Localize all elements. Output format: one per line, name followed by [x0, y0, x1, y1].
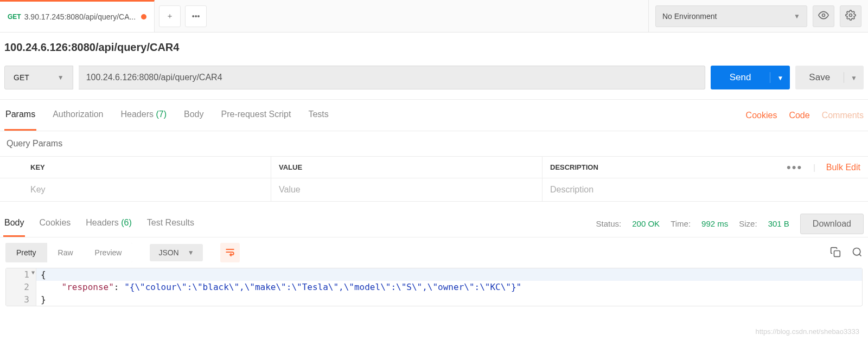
time-value: 992 ms — [701, 219, 728, 228]
eye-icon — [818, 10, 829, 22]
copy-button[interactable] — [830, 247, 841, 259]
chevron-down-icon: ▼ — [777, 74, 783, 82]
tab-method: GET — [8, 13, 21, 21]
comments-link[interactable]: Comments — [822, 111, 864, 120]
param-value-input[interactable]: Value — [271, 178, 542, 201]
search-button[interactable] — [852, 247, 863, 259]
line-number: 2 — [6, 281, 36, 293]
size-value: 301 B — [768, 219, 789, 228]
svg-point-0 — [822, 14, 825, 17]
code-text: "response" — [62, 282, 114, 292]
tab-prerequest[interactable]: Pre-request Script — [220, 100, 292, 131]
response-body: 1▼{ 2 "response": "{\"colour\":\"black\"… — [5, 268, 863, 306]
send-button[interactable]: Send ▼ — [711, 66, 790, 89]
plus-icon: ＋ — [166, 11, 174, 21]
tab-actions-button[interactable]: ••• — [185, 5, 207, 27]
request-title: 100.24.6.126:8080/api/query/CAR4 — [0, 33, 868, 62]
resp-tab-cookies[interactable]: Cookies — [38, 210, 72, 237]
format-select[interactable]: JSON ▼ — [150, 244, 202, 261]
resp-tab-tests[interactable]: Test Results — [146, 210, 195, 237]
settings-button[interactable] — [840, 5, 861, 27]
dots-icon: ••• — [192, 12, 200, 21]
cookies-link[interactable]: Cookies — [746, 111, 777, 120]
svg-point-4 — [853, 248, 860, 255]
chevron-down-icon: ▼ — [851, 74, 857, 82]
tab-body[interactable]: Body — [183, 100, 205, 131]
svg-rect-3 — [834, 250, 840, 256]
param-key-input[interactable]: Key — [0, 178, 271, 201]
tab-authorization[interactable]: Authorization — [52, 100, 104, 131]
status-label: Status: — [596, 219, 622, 228]
line-number: 1▼ — [6, 268, 36, 281]
url-input[interactable] — [79, 66, 705, 89]
headers-count: (7) — [156, 110, 167, 119]
col-value: VALUE — [271, 157, 542, 178]
resp-tab-body[interactable]: Body — [3, 210, 25, 237]
save-dropdown[interactable]: ▼ — [844, 72, 864, 83]
send-dropdown[interactable]: ▼ — [770, 72, 790, 83]
svg-line-5 — [859, 254, 861, 256]
line-number: 3 — [6, 293, 36, 306]
col-key: KEY — [0, 157, 271, 178]
fold-icon[interactable]: ▼ — [31, 269, 35, 275]
param-desc-input[interactable]: Description — [542, 178, 868, 201]
method-value: GET — [14, 73, 29, 82]
new-tab-button[interactable]: ＋ — [159, 5, 181, 27]
svg-point-1 — [850, 14, 852, 17]
status-value: 200 OK — [632, 219, 660, 228]
save-button[interactable]: Save ▼ — [795, 66, 864, 89]
size-label: Size: — [739, 219, 757, 228]
wrap-lines-button[interactable] — [220, 243, 240, 262]
bulk-edit-link[interactable]: Bulk Edit — [826, 163, 860, 172]
code-text: : — [114, 282, 124, 292]
environment-preview-button[interactable] — [813, 5, 834, 27]
resp-tab-headers[interactable]: Headers (6) — [85, 210, 133, 237]
chevron-down-icon: ▼ — [794, 12, 800, 20]
download-button[interactable]: Download — [800, 214, 864, 234]
tab-headers[interactable]: Headers (7) — [120, 100, 168, 131]
resp-headers-label: Headers — [86, 218, 118, 227]
column-options-button[interactable]: ••• — [787, 160, 802, 175]
tab-headers-label: Headers — [121, 110, 154, 119]
request-tab[interactable]: GET 3.90.17.245:8080/api/query/CA... — [0, 0, 155, 32]
wrap-icon — [225, 247, 235, 259]
gear-icon — [845, 10, 856, 22]
tab-tests[interactable]: Tests — [307, 100, 329, 131]
params-row[interactable]: Key Value Description — [0, 178, 868, 202]
code-text: "{\"colour\":\"black\",\"make\":\"Tesla\… — [124, 282, 521, 292]
send-label: Send — [711, 72, 770, 83]
query-params-heading: Query Params — [0, 131, 868, 156]
view-raw[interactable]: Raw — [47, 243, 84, 262]
view-mode-segment: Pretty Raw Preview — [5, 243, 132, 262]
col-description: DESCRIPTION — [542, 157, 779, 178]
code-text: } — [41, 294, 46, 305]
environment-select[interactable]: No Environment ▼ — [655, 5, 807, 27]
view-preview[interactable]: Preview — [84, 243, 133, 262]
tab-params[interactable]: Params — [4, 100, 36, 131]
save-label: Save — [795, 72, 844, 83]
view-pretty[interactable]: Pretty — [5, 243, 47, 262]
code-text — [41, 282, 62, 292]
chevron-down-icon: ▼ — [188, 249, 194, 256]
chevron-down-icon: ▼ — [58, 74, 64, 81]
environment-label: No Environment — [662, 12, 717, 21]
params-table-header: KEY VALUE DESCRIPTION ••• | Bulk Edit — [0, 156, 868, 178]
dirty-indicator-icon — [141, 14, 146, 20]
time-label: Time: — [671, 219, 691, 228]
code-link[interactable]: Code — [789, 111, 809, 120]
format-value: JSON — [158, 248, 178, 257]
tab-title: 3.90.17.245:8080/api/query/CA... — [24, 12, 136, 21]
code-text: { — [41, 269, 46, 280]
resp-headers-count: (6) — [121, 218, 132, 227]
method-select[interactable]: GET ▼ — [4, 66, 73, 89]
